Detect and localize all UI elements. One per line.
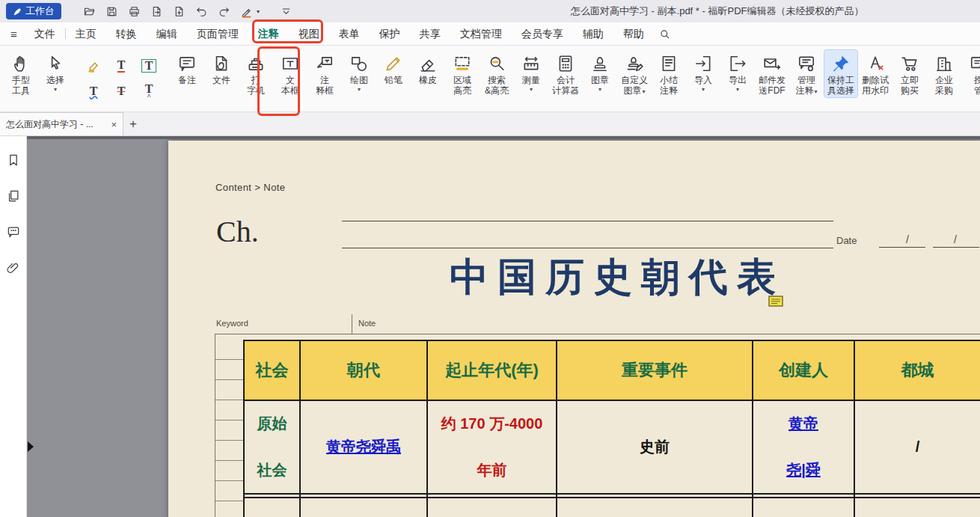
hand-tool[interactable]: 手型工具 [4,50,37,97]
titlebar: 工作台 ▾ 怎么面对高中学习 - 副本.pdf * - 福昕PDF编辑器（未经授… [0,0,980,22]
highlight-text-tool[interactable] [82,55,105,77]
menu-item-3[interactable]: 转换 [106,22,147,45]
pin-icon [831,52,851,75]
accounting-calculator-tool[interactable]: 会计计算器 [549,50,582,97]
cursor-icon [46,52,65,75]
menu-item-7[interactable]: 视图 [289,22,329,45]
typewriter-icon [246,52,266,75]
menu-item-13[interactable]: 辅助 [573,22,613,45]
pdf-page[interactable]: Content > Note Ch. Date / / 中国历史朝代表 Keyw… [168,141,980,517]
callout-tool[interactable]: 注释框 [308,50,341,97]
menu-item-6[interactable]: 注释 [248,22,289,45]
note-tool[interactable]: 备注 [171,50,203,87]
save-icon[interactable] [102,2,121,20]
manage-comments-tool[interactable]: 管理注释▾ [790,50,823,99]
tool-label: 授 [974,75,980,85]
sticky-note-annotation-icon[interactable] [768,296,783,310]
table-cell-text: / [916,438,920,456]
file-attachment-tool[interactable]: 文件 [205,50,238,87]
table-link[interactable]: 尧|舜 [786,460,821,480]
table-link[interactable]: 黄帝尧舜禹 [326,437,401,457]
tool-label: 管理 [797,75,815,85]
stamp-tool[interactable]: 图章▾ [584,50,616,94]
menu-item-8[interactable]: 表单 [329,22,370,45]
remove-trial-watermark-tool[interactable]: 删除试用水印 [859,50,892,97]
search-icon[interactable] [658,28,671,40]
custom-stamp-tool[interactable]: 自定义图章▾ [618,50,651,99]
menu-item-12[interactable]: 会员专享 [512,22,573,45]
undo-icon[interactable] [192,2,211,20]
tool-label: 工具 [12,85,30,96]
redo-icon[interactable] [214,2,233,20]
strikeout-text-tool-glyph: T [117,85,126,98]
table-row: 原始社会黄帝尧舜禹约 170 万-4000年前史前黄帝尧|舜/ [244,400,980,494]
document-canvas[interactable]: Content > Note Ch. Date / / 中国历史朝代表 Keyw… [27,136,980,517]
tool-label: 企业 [935,75,953,85]
new-tab-button[interactable]: + [123,112,143,135]
print-icon[interactable] [124,2,144,20]
searchhl-icon [487,52,506,75]
measure-tool[interactable]: 测量▾ [515,50,548,94]
tool-label: 图章▾ [623,85,645,97]
attachments-panel-icon[interactable] [6,260,21,278]
export-tool[interactable]: 导出▾ [721,50,754,94]
sidebar-expand-handle[interactable] [28,441,34,452]
pencil-tool[interactable]: 铅笔 [377,50,410,87]
new-document-icon[interactable] [169,2,189,20]
email-fdf-tool[interactable]: 邮件发送FDF [756,50,788,97]
dropdown-caret-icon: ▾ [54,86,57,93]
search-highlight-tool[interactable]: 搜索&高亮 [480,50,513,97]
tool-label: 图章 [591,75,609,85]
strikeout-text-tool[interactable]: T [110,80,132,103]
select-tool[interactable]: 选择▾ [39,50,72,94]
menu-item-10[interactable]: 共享 [410,22,450,45]
license-manage-tool[interactable]: 授管 [962,50,980,97]
menu-item-2[interactable]: 主页 [66,22,106,45]
table-link[interactable]: 黄帝 [788,414,818,434]
highlighter-icon [85,58,102,74]
open-file-icon[interactable] [79,2,99,20]
typewriter-tool[interactable]: 打字机 [239,50,272,97]
export-icon [728,52,747,75]
keyword-label: Keyword [216,319,248,328]
workspace-button[interactable]: 工作台 [6,3,61,19]
collapse-toolbar-icon[interactable] [276,2,295,20]
eraser-tool[interactable]: 橡皮 [411,50,444,87]
area-highlight-tool[interactable]: 区域高亮 [446,50,479,97]
keep-tool-selected[interactable]: 保持工具选择 [824,50,857,97]
tool-label: 备注 [178,75,196,85]
insert-text-tool[interactable]: T^ [138,80,160,103]
enterprise-purchase-tool[interactable]: 企业采购 [928,50,961,97]
menu-item-1[interactable]: 文件 [25,22,65,45]
import-tool[interactable]: 导入▾ [687,50,720,94]
table-header-row: 社会朝代起止年代(年)重要事件创建人都城 [244,340,980,400]
export-document-icon[interactable] [147,2,166,20]
hamburger-icon[interactable]: ≡ [0,28,25,40]
menu-item-5[interactable]: 页面管理 [187,22,248,45]
buy-now-tool[interactable]: 立即购买 [893,50,926,97]
table-cell: 黄帝尧|舜 [753,400,854,494]
tool-label: 搜索 [488,75,506,85]
document-tab[interactable]: 怎么面对高中学习 - ... × [0,112,123,135]
menu-item-9[interactable]: 保护 [370,22,410,45]
summary-comments-tool[interactable]: 小结注释 [652,50,685,97]
rule-line [342,221,833,221]
pen-style-dropdown-caret-icon[interactable]: ▾ [257,8,260,15]
boxed-text-tool[interactable]: T [138,55,160,77]
chapter-label: Ch. [216,214,259,249]
comments-panel-icon[interactable] [6,224,21,242]
tool-label: 具选择 [827,85,854,96]
tool-label: 保持工 [827,75,854,85]
pen-style-icon[interactable] [236,2,256,20]
menu-item-4[interactable]: 编辑 [147,22,187,45]
tool-label: 手型 [12,75,30,85]
textbox-tool[interactable]: 文本框 [274,50,307,97]
drawing-tool[interactable]: 绘图▾ [343,50,376,94]
squiggly-text-tool[interactable]: T [82,80,105,103]
bookmarks-panel-icon[interactable] [6,153,21,171]
close-tab-icon[interactable]: × [111,119,117,130]
menu-item-11[interactable]: 文档管理 [450,22,512,45]
pages-panel-icon[interactable] [6,189,21,207]
underline-text-tool[interactable]: T [110,55,132,77]
menu-item-14[interactable]: 帮助 [613,22,654,45]
